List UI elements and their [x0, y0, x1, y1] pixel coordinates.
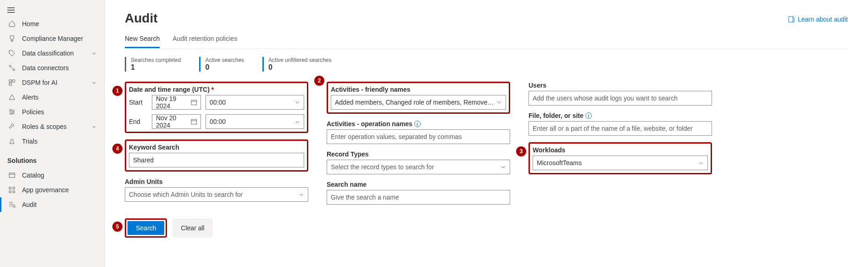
svg-rect-15	[191, 100, 196, 105]
clear-all-button[interactable]: Clear all	[172, 218, 212, 238]
tab-retention-policies[interactable]: Audit retention policies	[172, 35, 237, 48]
chevron-down-icon	[91, 80, 97, 85]
tag-icon	[7, 50, 17, 57]
start-date-input[interactable]: Nov 19 2024	[152, 95, 201, 110]
chevron-down-icon	[295, 100, 300, 105]
stats-row: Searches completed 1 Active searches 0 A…	[125, 57, 848, 72]
activities-friendly-select[interactable]: Added members, Changed role of members, …	[331, 95, 506, 110]
keyword-label: Keyword Search	[129, 144, 304, 151]
hamburger-menu[interactable]	[0, 4, 104, 17]
home-icon	[7, 20, 17, 28]
info-icon[interactable]: i	[414, 121, 421, 127]
admin-units-label: Admin Units	[125, 178, 308, 185]
stat-value: 0	[268, 63, 331, 72]
chevron-down-icon	[501, 164, 506, 170]
sidebar-item-data-connectors[interactable]: Data connectors	[0, 61, 104, 75]
calendar-icon	[191, 118, 197, 125]
end-date-input[interactable]: Nov 20 2024	[152, 114, 201, 129]
callout-3: 3 Workloads MicrosoftTeams	[529, 142, 712, 174]
start-time-input[interactable]: 00:00	[206, 95, 304, 110]
end-time-input[interactable]: 00:00	[206, 114, 304, 129]
file-folder-input[interactable]: Enter all or a part of the name of a fil…	[529, 121, 712, 136]
svg-rect-9	[9, 187, 11, 189]
callout-5: 5 Search	[125, 218, 167, 238]
record-types-select[interactable]: Select the record types to search for	[327, 160, 510, 174]
alert-icon	[7, 94, 17, 101]
svg-rect-11	[9, 191, 11, 193]
record-types-label: Record Types	[327, 150, 510, 158]
sidebar-item-audit[interactable]: Audit	[0, 197, 104, 212]
sidebar-item-label: Catalog	[22, 172, 97, 179]
callout-marker-4: 4	[112, 144, 122, 154]
sidebar-item-dspm[interactable]: DSPM for AI	[0, 75, 104, 90]
stat-unfiltered: Active unfiltered searches 0	[262, 57, 331, 72]
activities-op-input[interactable]: Enter operation values, separated by com…	[327, 129, 510, 144]
svg-rect-4	[9, 83, 11, 85]
svg-point-13	[13, 205, 15, 207]
callout-marker-2: 2	[314, 76, 324, 86]
svg-rect-14	[789, 17, 793, 22]
svg-rect-10	[13, 187, 15, 189]
book-icon	[788, 16, 795, 23]
search-name-input[interactable]: Give the search a name	[327, 190, 510, 205]
svg-point-7	[11, 113, 12, 115]
sidebar-item-label: DSPM for AI	[22, 79, 91, 86]
sliders-icon	[7, 108, 17, 116]
callout-4: 4 Keyword Search Shared	[125, 139, 308, 172]
page-title: Audit	[125, 11, 848, 26]
sidebar-item-label: Compliance Manager	[22, 35, 97, 42]
sidebar-item-home[interactable]: Home	[0, 17, 104, 31]
search-button[interactable]: Search	[128, 221, 164, 235]
sidebar-item-catalog[interactable]: Catalog	[0, 168, 104, 183]
file-folder-label: File, folder, or site i	[529, 112, 712, 119]
required-asterisk: *	[211, 86, 214, 93]
apps-icon	[7, 186, 17, 194]
learn-about-audit-link[interactable]: Learn about audit	[788, 16, 848, 23]
chevron-down-icon	[496, 100, 502, 105]
start-label: Start	[129, 99, 147, 106]
callout-marker-5: 5	[112, 222, 122, 232]
sidebar-item-policies[interactable]: Policies	[0, 105, 104, 119]
tabs: New Search Audit retention policies	[125, 35, 848, 49]
callout-2: 2 Activities - friendly names Added memb…	[327, 82, 510, 114]
catalog-icon	[7, 172, 17, 179]
workloads-select[interactable]: MicrosoftTeams	[533, 156, 708, 170]
stat-value: 1	[131, 63, 181, 72]
sidebar: Home Compliance Manager Data classificat…	[0, 0, 105, 267]
sidebar-item-label: Policies	[22, 108, 97, 116]
users-input[interactable]: Add the users whose audit logs you want …	[529, 91, 712, 106]
callout-1: 1 Date and time range (UTC) * Start Nov …	[125, 82, 308, 133]
svg-point-5	[10, 110, 11, 111]
calendar-icon	[191, 99, 197, 106]
sidebar-item-label: Alerts	[22, 94, 97, 101]
search-list-icon	[7, 201, 17, 208]
end-label: End	[129, 118, 147, 125]
keyword-input[interactable]: Shared	[129, 153, 304, 167]
tab-new-search[interactable]: New Search	[125, 35, 160, 48]
sidebar-item-data-classification[interactable]: Data classification	[0, 46, 104, 61]
stat-active: Active searches 0	[199, 57, 244, 72]
grid-icon	[7, 79, 17, 86]
sidebar-section-label: Solutions	[0, 149, 104, 168]
sidebar-item-label: Data connectors	[22, 64, 97, 72]
chevron-down-icon	[91, 50, 97, 56]
sidebar-item-label: App governance	[22, 186, 97, 194]
sidebar-item-roles[interactable]: Roles & scopes	[0, 119, 104, 134]
admin-units-select[interactable]: Choose which Admin Units to search for	[125, 187, 308, 202]
chevron-down-icon	[698, 160, 704, 166]
sidebar-item-trials[interactable]: Trials	[0, 134, 104, 149]
stat-label: Active unfiltered searches	[268, 57, 331, 63]
sidebar-item-compliance[interactable]: Compliance Manager	[0, 31, 104, 46]
info-icon[interactable]: i	[585, 112, 592, 119]
trophy-icon	[7, 35, 17, 42]
callout-marker-1: 1	[112, 86, 122, 96]
sidebar-item-alerts[interactable]: Alerts	[0, 90, 104, 105]
sidebar-item-label: Trials	[22, 138, 97, 145]
wrench-icon	[7, 123, 17, 130]
date-range-label: Date and time range (UTC) *	[129, 86, 304, 93]
sidebar-item-label: Roles & scopes	[22, 123, 91, 130]
svg-rect-16	[191, 119, 196, 124]
svg-point-1	[13, 69, 15, 71]
sidebar-item-app-governance[interactable]: App governance	[0, 183, 104, 197]
stat-label: Searches completed	[131, 57, 181, 63]
